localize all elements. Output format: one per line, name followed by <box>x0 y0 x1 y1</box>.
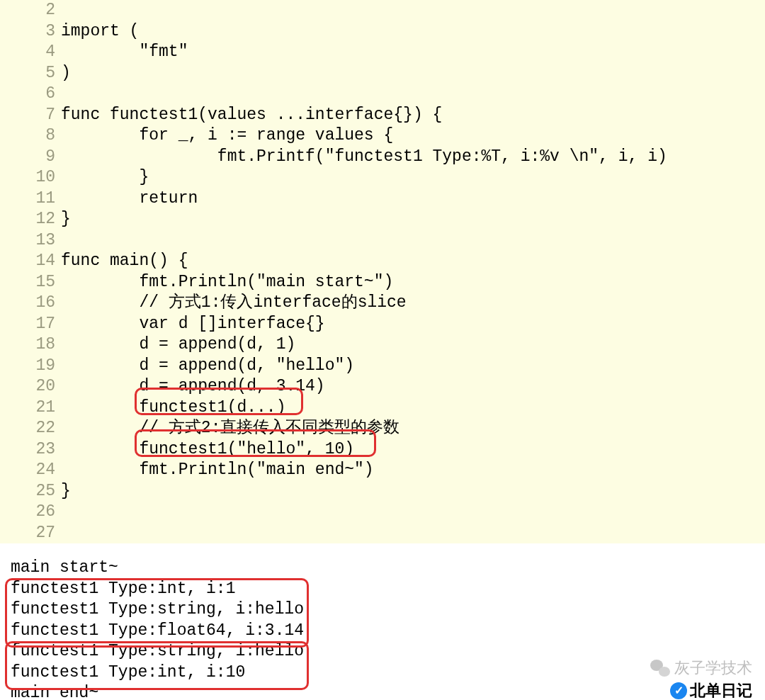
code-line: 21 functest1(d...) <box>0 397 765 419</box>
line-number: 11 <box>0 188 61 210</box>
line-number: 23 <box>0 439 61 461</box>
line-number: 22 <box>0 418 61 439</box>
line-number: 18 <box>0 334 61 356</box>
code-line: 19 d = append(d, "hello") <box>0 356 765 377</box>
code-text: } <box>61 209 765 230</box>
line-number: 15 <box>0 272 61 293</box>
code-line: 15 fmt.Println("main start~") <box>0 272 765 293</box>
code-line: 13 <box>0 230 765 252</box>
line-number: 12 <box>0 209 61 230</box>
code-line: 4 "fmt" <box>0 42 765 63</box>
code-line: 20 d = append(d, 3.14) <box>0 376 765 397</box>
code-text: // 方式1:传入interface的slice <box>61 293 765 314</box>
code-line: 25} <box>0 481 765 502</box>
code-pane: 23import (4 "fmt"5)67func functest1(valu… <box>0 0 765 543</box>
code-text: d = append(d, 1) <box>61 334 765 356</box>
code-text <box>61 502 765 523</box>
code-line: 23 functest1("hello", 10) <box>0 439 765 461</box>
code-text: import ( <box>61 21 765 43</box>
code-line: 27 <box>0 523 765 544</box>
line-number: 25 <box>0 481 61 502</box>
code-text: functest1("hello", 10) <box>61 439 765 461</box>
code-text: d = append(d, "hello") <box>61 356 765 377</box>
code-line: 11 return <box>0 188 765 210</box>
line-number: 5 <box>0 63 61 84</box>
code-text: func functest1(values ...interface{}) { <box>61 105 765 126</box>
wechat-icon <box>650 660 670 677</box>
code-text: fmt.Println("main end~") <box>61 460 765 481</box>
line-number: 27 <box>0 523 61 544</box>
check-icon: ✓ <box>670 682 687 699</box>
code-line: 6 <box>0 84 765 105</box>
output-line: functest1 Type:float64, i:3.14 <box>11 621 765 642</box>
code-text: fmt.Println("main start~") <box>61 272 765 293</box>
line-number: 8 <box>0 125 61 147</box>
line-number: 6 <box>0 84 61 105</box>
line-number: 4 <box>0 42 61 63</box>
output-line: functest1 Type:string, i:hello <box>11 599 765 621</box>
line-number: 9 <box>0 147 61 168</box>
code-line: 12} <box>0 209 765 230</box>
code-text: return <box>61 188 765 210</box>
line-number: 21 <box>0 397 61 419</box>
line-number: 26 <box>0 502 61 523</box>
code-line: 16 // 方式1:传入interface的slice <box>0 293 765 314</box>
code-line: 8 for _, i := range values { <box>0 125 765 147</box>
code-text: functest1(d...) <box>61 397 765 419</box>
output-pane: main start~functest1 Type:int, i:1 funct… <box>0 543 765 700</box>
code-text: "fmt" <box>61 42 765 63</box>
code-text: fmt.Printf("functest1 Type:%T, i:%v \n",… <box>61 147 765 168</box>
code-text: ) <box>61 63 765 84</box>
output-line: main start~ <box>11 558 765 579</box>
code-line: 24 fmt.Println("main end~") <box>0 460 765 481</box>
code-line: 5) <box>0 63 765 84</box>
line-number: 19 <box>0 356 61 377</box>
line-number: 16 <box>0 293 61 314</box>
code-line: 7func functest1(values ...interface{}) { <box>0 105 765 126</box>
code-line: 26 <box>0 502 765 523</box>
line-number: 2 <box>0 0 61 21</box>
code-text <box>61 523 765 544</box>
line-number: 7 <box>0 105 61 126</box>
line-number: 14 <box>0 251 61 272</box>
code-listing: 23import (4 "fmt"5)67func functest1(valu… <box>0 0 765 543</box>
code-text: for _, i := range values { <box>61 125 765 147</box>
watermark: 灰子学技术 <box>650 657 752 679</box>
code-text: // 方式2:直接传入不同类型的参数 <box>61 418 765 439</box>
code-text: } <box>61 167 765 188</box>
code-text: func main() { <box>61 251 765 272</box>
code-text: d = append(d, 3.14) <box>61 376 765 397</box>
code-line: 14func main() { <box>0 251 765 272</box>
code-text: var d []interface{} <box>61 314 765 335</box>
code-text <box>61 0 765 21</box>
code-line: 9 fmt.Printf("functest1 Type:%T, i:%v \n… <box>0 147 765 168</box>
line-number: 13 <box>0 230 61 252</box>
output-line: functest1 Type:int, i:1 <box>11 579 765 600</box>
code-line: 3import ( <box>0 21 765 43</box>
line-number: 17 <box>0 314 61 335</box>
watermark-text: 灰子学技术 <box>674 657 752 679</box>
line-number: 24 <box>0 460 61 481</box>
line-number: 10 <box>0 167 61 188</box>
code-text: } <box>61 481 765 502</box>
code-line: 18 d = append(d, 1) <box>0 334 765 356</box>
code-line: 22 // 方式2:直接传入不同类型的参数 <box>0 418 765 439</box>
line-number: 20 <box>0 376 61 397</box>
output-line: main end~ <box>11 683 765 700</box>
code-line: 10 } <box>0 167 765 188</box>
badge-text: 北单日记 <box>690 680 752 700</box>
code-line: 17 var d []interface{} <box>0 314 765 335</box>
code-line: 2 <box>0 0 765 21</box>
line-number: 3 <box>0 21 61 43</box>
code-text <box>61 230 765 252</box>
source-badge: ✓ 北单日记 <box>670 680 752 700</box>
code-text <box>61 84 765 105</box>
